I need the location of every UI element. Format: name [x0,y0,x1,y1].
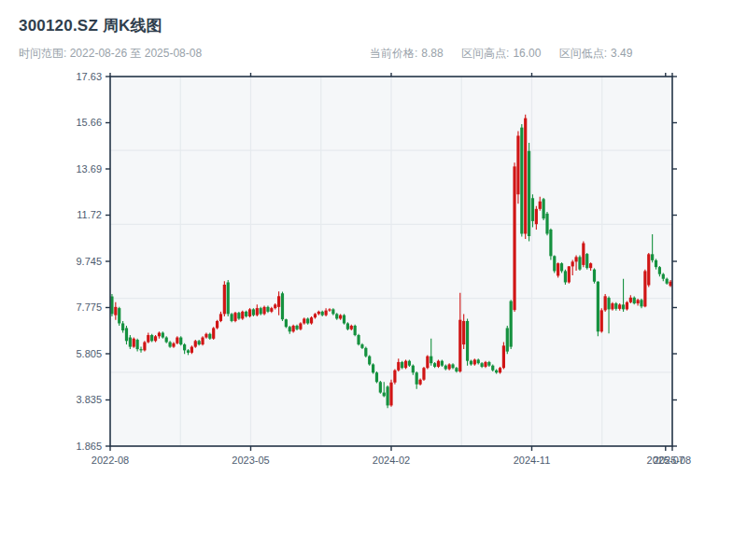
kline-chart: 17.6315.6613.6911.729.7457.7755.8053.835… [0,0,747,560]
svg-text:2025-08: 2025-08 [654,455,691,466]
svg-text:2024-02: 2024-02 [373,455,410,466]
svg-text:17.63: 17.63 [76,71,102,82]
svg-text:7.775: 7.775 [76,301,102,313]
svg-text:2024-11: 2024-11 [514,455,551,466]
svg-text:2023-05: 2023-05 [232,455,269,466]
svg-text:5.805: 5.805 [76,348,102,359]
svg-text:13.69: 13.69 [76,163,102,175]
svg-text:15.66: 15.66 [76,117,102,128]
svg-text:3.835: 3.835 [76,394,102,405]
svg-text:11.72: 11.72 [77,209,102,220]
svg-text:9.745: 9.745 [76,256,102,267]
svg-text:2022-08: 2022-08 [92,455,129,466]
svg-text:1.865: 1.865 [76,441,102,452]
